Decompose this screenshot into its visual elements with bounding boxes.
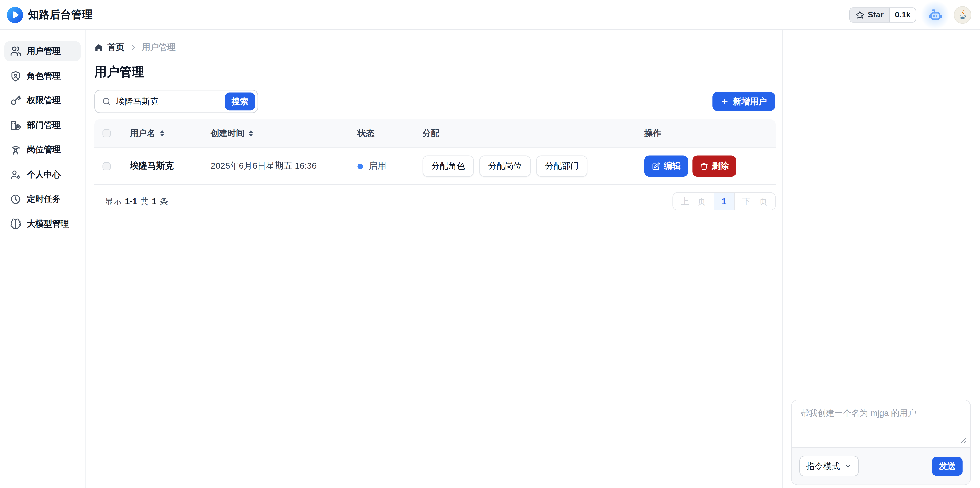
breadcrumb-home-label: 首页 [108, 42, 124, 53]
chat-card: 指令模式 发送 [791, 399, 970, 485]
col-header-assign: 分配 [423, 128, 644, 139]
summary-range: 1-1 [125, 196, 137, 206]
mode-select-label: 指令模式 [806, 461, 840, 472]
building-wrench-icon [10, 120, 21, 131]
star-label: Star [868, 10, 883, 19]
sidebar: 用户管理 角色管理 权限管理 部门管理 岗位管理 [0, 30, 86, 488]
status-dot [358, 163, 363, 169]
pagination-row: 显示 1-1 共 1 条 上一页 1 下一页 [94, 192, 776, 211]
graduate-icon [10, 144, 21, 155]
breadcrumb-current: 用户管理 [142, 42, 176, 53]
star-icon [856, 10, 865, 19]
shield-user-icon [10, 70, 21, 81]
user-gear-icon [10, 169, 21, 180]
assign-post-button[interactable]: 分配岗位 [479, 155, 531, 177]
header-checkbox-cell [94, 129, 130, 137]
app-title: 知路后台管理 [28, 8, 92, 22]
add-user-label: 新增用户 [733, 96, 767, 107]
cell-assign: 分配角色 分配岗位 分配部门 [423, 155, 644, 177]
edit-icon [652, 162, 660, 170]
toolbar: 搜索 新增用户 [94, 90, 775, 113]
search-button[interactable]: 搜索 [225, 92, 255, 111]
col-header-created[interactable]: 创建时间 [211, 128, 358, 139]
user-avatar[interactable] [954, 6, 971, 23]
sidebar-item-label: 定时任务 [27, 193, 61, 205]
sidebar-item-roles[interactable]: 角色管理 [4, 66, 81, 86]
trash-icon [700, 162, 708, 170]
sidebar-item-label: 大模型管理 [27, 218, 69, 230]
col-header-username[interactable]: 用户名 [130, 128, 211, 139]
resize-grip-icon[interactable] [959, 437, 966, 443]
assign-dept-button[interactable]: 分配部门 [536, 155, 587, 177]
prev-page-button[interactable]: 上一页 [673, 193, 713, 210]
github-star-button[interactable]: Star 0.1k [850, 7, 916, 22]
status-label: 启用 [369, 160, 386, 172]
top-bar-right: Star 0.1k [850, 5, 971, 24]
chat-footer: 指令模式 发送 [792, 447, 970, 485]
chat-textarea[interactable] [792, 400, 970, 447]
ai-assistant-toggle[interactable] [926, 5, 944, 24]
app-logo-icon [6, 6, 24, 23]
brand: 知路后台管理 [6, 6, 92, 23]
send-button[interactable]: 发送 [932, 457, 962, 475]
brain-icon [10, 218, 21, 230]
col-header-status: 状态 [358, 128, 423, 139]
key-icon [10, 95, 21, 106]
star-count: 0.1k [890, 8, 916, 22]
table-header-row: 用户名 创建时间 状态 分配 操作 [94, 119, 776, 148]
delete-label: 删除 [712, 160, 729, 172]
app-root: 知路后台管理 Star 0.1k [0, 0, 980, 488]
pager: 上一页 1 下一页 [672, 192, 776, 211]
chat-input-wrap [792, 400, 970, 447]
select-all-checkbox[interactable] [103, 129, 111, 137]
sort-carets-icon [248, 129, 254, 137]
plus-icon [721, 97, 729, 106]
sidebar-item-posts[interactable]: 岗位管理 [4, 140, 81, 160]
search-box: 搜索 [94, 90, 258, 113]
sidebar-item-scheduled-tasks[interactable]: 定时任务 [4, 189, 81, 209]
sidebar-item-label: 部门管理 [27, 120, 61, 131]
table-row: 埃隆马斯克 2025年6月6日星期五 16:36 启用 分配角色 分配岗位 分配… [94, 148, 776, 185]
top-bar: 知路后台管理 Star 0.1k [0, 0, 980, 30]
next-page-button[interactable]: 下一页 [735, 193, 775, 210]
users-table: 用户名 创建时间 状态 分配 操作 埃隆马斯克 2025年 [94, 119, 776, 185]
assistant-panel: 指令模式 发送 [784, 30, 980, 488]
summary-total: 1 [152, 196, 156, 206]
sidebar-item-label: 岗位管理 [27, 144, 61, 155]
clock-icon [10, 193, 21, 205]
sidebar-item-permissions[interactable]: 权限管理 [4, 90, 81, 111]
robot-halo [921, 0, 950, 29]
cell-actions: 编辑 删除 [644, 155, 776, 177]
sidebar-item-label: 用户管理 [27, 46, 61, 57]
sidebar-item-departments[interactable]: 部门管理 [4, 115, 81, 135]
col-header-actions: 操作 [644, 128, 776, 139]
sidebar-item-label: 角色管理 [27, 70, 61, 81]
home-icon [94, 43, 103, 52]
page-title: 用户管理 [94, 63, 775, 81]
sidebar-item-profile[interactable]: 个人中心 [4, 165, 81, 185]
cell-status: 启用 [358, 160, 423, 172]
edit-button[interactable]: 编辑 [644, 155, 688, 177]
breadcrumb: 首页 用户管理 [94, 42, 775, 53]
mode-select[interactable]: 指令模式 [799, 456, 859, 476]
edit-label: 编辑 [664, 160, 681, 172]
assign-role-button[interactable]: 分配角色 [423, 155, 474, 177]
chevron-down-icon [844, 462, 852, 470]
users-icon [10, 46, 21, 57]
pagination-summary: 显示 1-1 共 1 条 [105, 196, 168, 207]
row-checkbox-cell [94, 162, 130, 170]
sidebar-item-llm[interactable]: 大模型管理 [4, 214, 81, 234]
cell-username: 埃隆马斯克 [130, 160, 211, 172]
row-checkbox[interactable] [103, 162, 111, 170]
sidebar-item-label: 个人中心 [27, 169, 61, 180]
chevron-right-icon [129, 44, 137, 51]
sidebar-item-users[interactable]: 用户管理 [4, 41, 81, 61]
breadcrumb-home[interactable]: 首页 [94, 42, 124, 53]
page-number-button[interactable]: 1 [713, 193, 735, 210]
sort-carets-icon [159, 129, 165, 137]
java-logo-avatar [956, 8, 969, 21]
add-user-button[interactable]: 新增用户 [713, 92, 775, 111]
cell-created: 2025年6月6日星期五 16:36 [211, 160, 358, 172]
sidebar-item-label: 权限管理 [27, 95, 61, 106]
delete-button[interactable]: 删除 [692, 155, 736, 177]
